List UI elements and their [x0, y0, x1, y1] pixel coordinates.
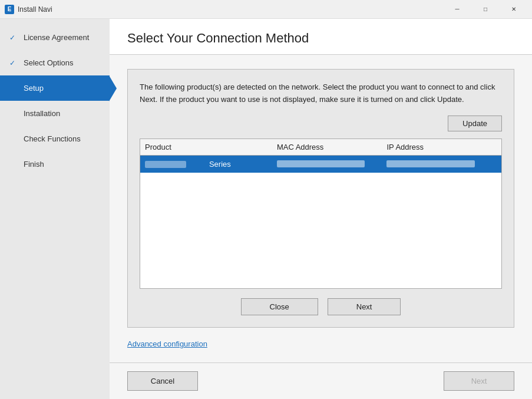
window-controls: ─ □ ✕ [444, 0, 527, 19]
advanced-configuration-link[interactable]: Advanced configuration [127, 339, 514, 348]
maximize-button[interactable]: □ [472, 0, 499, 19]
col-product: Product [145, 143, 277, 151]
sidebar-item-check-functions[interactable]: Check Functions [0, 126, 110, 151]
page-body: The following product(s) are detected on… [110, 55, 532, 362]
mac-blurred [277, 160, 365, 167]
cancel-button[interactable]: Cancel [127, 371, 198, 391]
next-button[interactable]: Next [444, 371, 514, 391]
content-area: Select Your Connection Method The follow… [110, 19, 532, 399]
update-button[interactable]: Update [448, 116, 502, 131]
cell-product: Series [145, 160, 277, 169]
bottom-bar: Cancel Next [110, 362, 532, 399]
check-icon: ✓ [9, 59, 19, 67]
sidebar-item-finish[interactable]: Finish [0, 151, 110, 177]
sidebar-item-label: Setup [24, 84, 44, 93]
sidebar-item-license-agreement[interactable]: ✓ License Agreement [0, 25, 110, 50]
close-button[interactable]: ✕ [500, 0, 527, 19]
cell-mac [277, 160, 387, 167]
app-icon: E [5, 5, 14, 14]
page-header: Select Your Connection Method [110, 19, 532, 55]
ip-blurred [386, 160, 474, 167]
dialog-next-button[interactable]: Next [328, 298, 401, 315]
check-icon: ✓ [9, 34, 19, 42]
titlebar: E Install Navi ─ □ ✕ [0, 0, 532, 19]
col-ip: IP Address [386, 143, 497, 151]
close-button[interactable]: Close [241, 298, 318, 315]
page-title: Select Your Connection Method [127, 31, 514, 46]
minimize-button[interactable]: ─ [444, 0, 471, 19]
sidebar-item-select-options[interactable]: ✓ Select Options [0, 50, 110, 75]
product-table: Product MAC Address IP Address Series [140, 139, 502, 289]
sidebar-item-setup[interactable]: Setup [0, 75, 110, 101]
main-container: ✓ License Agreement ✓ Select Options Set… [0, 19, 532, 399]
window-title: Install Navi [18, 5, 444, 14]
table-header: Product MAC Address IP Address [140, 139, 501, 156]
sidebar-item-label: License Agreement [24, 33, 89, 42]
sidebar-item-label: Installation [24, 109, 60, 118]
table-body: Series [140, 156, 501, 173]
sidebar-item-label: Select Options [24, 58, 74, 67]
dialog-box: The following product(s) are detected on… [127, 69, 514, 328]
sidebar-item-label: Check Functions [24, 134, 81, 143]
sidebar: ✓ License Agreement ✓ Select Options Set… [0, 19, 110, 399]
cell-ip [386, 160, 497, 167]
table-row[interactable]: Series [140, 156, 501, 173]
sidebar-item-label: Finish [24, 160, 44, 169]
dialog-buttons: Close Next [140, 298, 502, 315]
col-mac: MAC Address [277, 143, 387, 151]
sidebar-item-installation[interactable]: Installation [0, 101, 110, 126]
dialog-description: The following product(s) are detected on… [140, 81, 502, 106]
update-button-row: Update [140, 116, 502, 131]
